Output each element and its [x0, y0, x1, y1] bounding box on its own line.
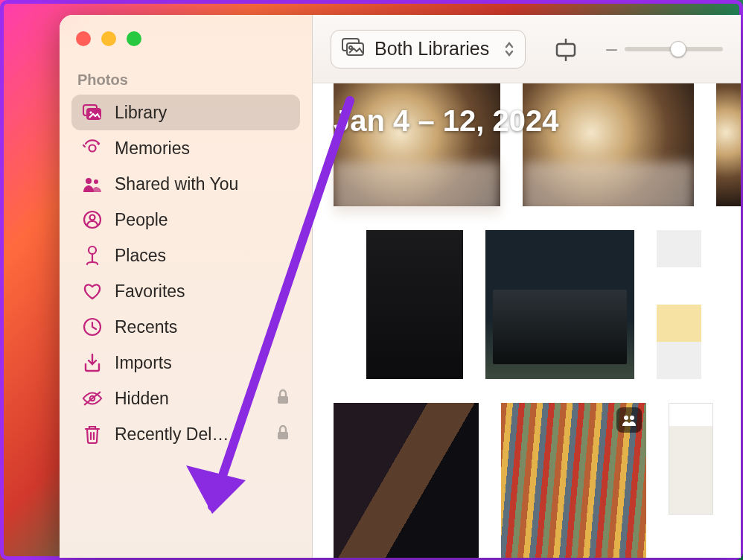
places-icon: [82, 245, 103, 266]
svg-point-2: [89, 111, 92, 113]
photo-thumbnail[interactable]: [485, 230, 634, 379]
trash-icon: [82, 424, 103, 445]
sidebar-item-label: Memories: [115, 139, 290, 159]
recents-icon: [82, 316, 103, 337]
svg-rect-13: [278, 396, 288, 404]
svg-rect-20: [557, 44, 575, 56]
photo-thumbnail[interactable]: [669, 403, 713, 515]
sidebar-item-hidden[interactable]: Hidden: [71, 381, 300, 416]
photo-thumbnail[interactable]: [334, 403, 479, 558]
lock-icon: [276, 424, 290, 445]
sidebar-item-label: Favorites: [115, 281, 290, 302]
close-button[interactable]: [76, 31, 91, 46]
svg-point-9: [89, 246, 96, 254]
sidebar-item-recents[interactable]: Recents: [71, 309, 300, 345]
toolbar: Both Libraries –: [313, 15, 741, 83]
sidebar-item-places[interactable]: Places: [71, 238, 300, 273]
sidebar-item-label: Library: [115, 103, 290, 123]
imports-icon: [82, 352, 103, 373]
photo-grid[interactable]: Jan 4 – 12, 2024: [313, 83, 741, 558]
main-panel: Both Libraries –: [313, 15, 741, 558]
sidebar-item-shared[interactable]: Shared with You: [71, 166, 300, 202]
library-selector-label: Both Libraries: [374, 38, 489, 60]
sidebar-item-library[interactable]: Library: [71, 95, 300, 130]
sidebar-section-title: Photos: [71, 69, 300, 95]
sidebar-item-imports[interactable]: Imports: [71, 345, 300, 381]
library-icon: [82, 102, 103, 123]
favorites-icon: [82, 281, 103, 302]
sidebar-item-label: People: [115, 210, 290, 230]
sidebar-item-favorites[interactable]: Favorites: [71, 273, 300, 309]
photo-thumbnail[interactable]: [501, 403, 646, 558]
library-selector-dropdown[interactable]: Both Libraries: [331, 30, 526, 69]
zoom-thumb[interactable]: [670, 41, 686, 57]
sidebar-item-label: Places: [115, 246, 290, 266]
people-icon: [82, 209, 103, 230]
photo-thumbnail[interactable]: [657, 230, 701, 379]
zoom-track[interactable]: [625, 47, 723, 51]
svg-point-21: [624, 416, 628, 420]
date-range-title: Jan 4 – 12, 2024: [334, 104, 558, 138]
chevron-updown-icon: [504, 41, 514, 57]
photo-thumbnail[interactable]: [334, 83, 500, 206]
sidebar-item-label: Recents: [115, 317, 290, 337]
memories-icon: [82, 138, 103, 159]
photo-thumbnail[interactable]: [523, 83, 694, 206]
aspect-view-button[interactable]: [548, 33, 584, 66]
zoom-slider[interactable]: –: [606, 37, 723, 60]
window-controls: [71, 28, 300, 69]
photo-thumbnail[interactable]: [716, 83, 741, 206]
svg-point-3: [89, 145, 96, 152]
photos-window: Photos LibraryMemoriesShared with YouPeo…: [60, 15, 741, 558]
sidebar-item-trash[interactable]: Recently Del…: [71, 416, 300, 452]
svg-point-8: [90, 215, 95, 220]
sidebar: Photos LibraryMemoriesShared with YouPeo…: [60, 15, 313, 558]
svg-point-5: [86, 178, 92, 184]
photo-thumbnail[interactable]: [366, 230, 463, 379]
minimize-button[interactable]: [101, 31, 116, 46]
svg-point-22: [630, 416, 634, 420]
shared-icon: [82, 174, 103, 194]
shared-badge-icon: [616, 407, 642, 433]
sidebar-item-memories[interactable]: Memories: [71, 130, 300, 166]
svg-point-6: [94, 179, 98, 184]
sidebar-item-label: Hidden: [115, 389, 264, 409]
svg-rect-16: [278, 432, 288, 439]
sidebar-item-label: Shared with You: [115, 174, 290, 194]
lock-icon: [276, 389, 290, 409]
maximize-button[interactable]: [127, 31, 141, 46]
library-selector-icon: [342, 38, 364, 60]
zoom-minus-icon: –: [606, 37, 616, 60]
sidebar-item-label: Imports: [115, 353, 290, 373]
sidebar-item-people[interactable]: People: [71, 202, 300, 238]
hidden-icon: [82, 388, 103, 409]
sidebar-item-label: Recently Del…: [115, 424, 264, 445]
